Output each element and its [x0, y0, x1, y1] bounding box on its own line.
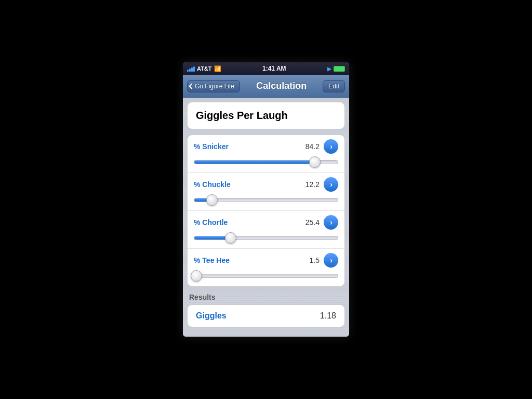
chortle-value: 25.4 [301, 218, 320, 227]
snicker-slider[interactable] [194, 157, 338, 167]
wifi-icon: 📶 [214, 65, 221, 72]
results-card: Giggles 1.18 [187, 304, 345, 327]
sliders-card: % Snicker 84.2 › [187, 135, 345, 287]
tee-hee-slider[interactable] [194, 271, 338, 281]
page-title: Giggles Per Laugh [196, 110, 288, 121]
chuckle-label: % Chuckle [194, 180, 231, 189]
giggles-value: 1.18 [320, 311, 336, 321]
back-button[interactable]: Go Figure Lite [187, 80, 240, 92]
play-icon: ▶ [327, 66, 331, 72]
chortle-slider[interactable] [194, 233, 338, 243]
chuckle-thumb[interactable] [206, 194, 218, 206]
time-label: 1:41 AM [262, 65, 286, 72]
carrier-label: AT&T [197, 65, 212, 72]
result-row-giggles: Giggles 1.18 [188, 305, 344, 327]
giggles-label: Giggles [196, 311, 227, 321]
chortle-thumb[interactable] [225, 232, 236, 244]
status-left: AT&T 📶 [187, 65, 221, 72]
tee-hee-thumb[interactable] [191, 270, 202, 282]
snicker-value: 84.2 [301, 142, 320, 151]
battery-icon [334, 66, 345, 72]
slider-row-chuckle: % Chuckle 12.2 › [188, 173, 344, 211]
snicker-detail-button[interactable]: › [324, 139, 338, 154]
page-title-card: Giggles Per Laugh [187, 102, 345, 129]
chevron-right-icon: › [330, 256, 332, 264]
chevron-right-icon: › [330, 218, 332, 227]
slider-row-chortle: % Chortle 25.4 › [188, 211, 344, 249]
snicker-label: % Snicker [194, 142, 229, 151]
status-right: ▶ [327, 66, 345, 72]
signal-bars-icon [187, 65, 195, 72]
chevron-right-icon: › [330, 180, 332, 189]
nav-title: Calculation [256, 81, 307, 91]
tee-hee-value: 1.5 [301, 256, 320, 264]
phone-frame: AT&T 📶 1:41 AM ▶ Go Figure Lite Calculat… [183, 62, 349, 337]
tee-hee-label: % Tee Hee [194, 256, 230, 264]
chortle-detail-button[interactable]: › [324, 215, 338, 230]
edit-button[interactable]: Edit [323, 80, 345, 92]
results-section-label: Results [187, 291, 345, 304]
chevron-right-icon: › [330, 142, 332, 151]
chuckle-detail-button[interactable]: › [324, 177, 338, 192]
snicker-thumb[interactable] [309, 156, 321, 168]
slider-row-tee-hee: % Tee Hee 1.5 › [188, 249, 344, 286]
tee-hee-detail-button[interactable]: › [324, 253, 338, 268]
chortle-label: % Chortle [194, 218, 228, 227]
status-bar: AT&T 📶 1:41 AM ▶ [183, 62, 349, 75]
chuckle-slider[interactable] [194, 195, 338, 205]
nav-bar: Go Figure Lite Calculation Edit [183, 75, 349, 98]
chuckle-value: 12.2 [301, 180, 320, 189]
slider-row-snicker: % Snicker 84.2 › [188, 135, 344, 173]
content-area: Giggles Per Laugh % Snicker 84.2 › [183, 98, 349, 337]
